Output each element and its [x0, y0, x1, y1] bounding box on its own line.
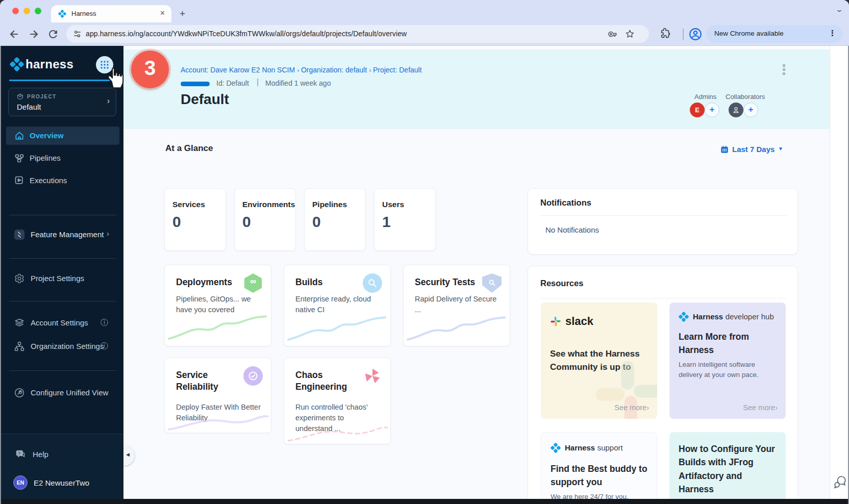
devhub-see-more-link[interactable]: See more›	[743, 404, 778, 412]
stat-value: 0	[242, 213, 251, 231]
chevron-right-icon: ›	[107, 229, 109, 238]
home-icon	[14, 131, 24, 141]
devhub-brand-rest: developer hub	[726, 312, 774, 321]
stat-value: 0	[172, 213, 181, 231]
resource-card-support[interactable]: Harness support Find the Best buddy to s…	[541, 432, 657, 504]
stat-card-users[interactable]: Users 1	[374, 188, 436, 251]
sidebar-item-help[interactable]: ? Help	[6, 445, 119, 464]
no-notifications-text: No Notifications	[545, 225, 599, 234]
info-icon[interactable]: ⓘ	[101, 341, 108, 351]
forward-icon[interactable]	[28, 28, 40, 40]
chrome-update-label: New Chrome available	[714, 30, 784, 37]
browser-tab[interactable]: Harness ✕	[51, 5, 171, 22]
slack-brand-name: slack	[565, 315, 593, 328]
collaborator-avatar[interactable]	[729, 103, 743, 117]
sidebar-item-overview[interactable]: Overview	[6, 127, 119, 145]
resource-card-slack[interactable]: slack See what the Harness Community is …	[541, 303, 657, 419]
module-card-builds[interactable]: Builds Enterprise ready, cloud native CI	[284, 265, 391, 346]
sidebar-divider	[9, 215, 116, 215]
module-card-chaos-engineering[interactable]: Chaos Engineering Run controlled 'chaos'…	[284, 358, 391, 444]
help-chat-icon: ?	[15, 449, 26, 460]
slack-brand-row: slack	[550, 315, 593, 328]
info-icon[interactable]: ⓘ	[101, 318, 108, 327]
sidebar-item-pipelines[interactable]: Pipelines	[6, 149, 119, 167]
profile-icon[interactable]	[689, 28, 702, 41]
reload-icon[interactable]	[47, 28, 59, 40]
tab-search-chevron-icon[interactable]: ⌄	[835, 6, 843, 13]
slack-see-more-link[interactable]: See more›	[614, 404, 649, 412]
support-heading: Find the Best buddy to support you	[551, 462, 647, 489]
sidebar-item-feature-management[interactable]: Feature Management ›	[6, 225, 119, 244]
browser-menu-kebab-icon[interactable]: ⋮	[829, 29, 837, 38]
admin-initial: E	[690, 106, 705, 114]
sidebar-item-project-settings[interactable]: Project Settings	[6, 269, 119, 288]
modified-date: Modified 1 week ago	[265, 79, 331, 87]
stat-card-environments[interactable]: Environments 0	[234, 188, 296, 251]
project-selector-label: PROJECT	[27, 94, 57, 99]
chat-widget-icon[interactable]	[833, 475, 846, 489]
minimize-window-button[interactable]	[23, 8, 30, 14]
new-tab-button[interactable]: +	[180, 8, 185, 19]
add-admin-button[interactable]: +	[705, 103, 719, 117]
sidebar-item-label: Executions	[30, 176, 67, 185]
browser-window: Harness ✕ + ⌄ app.harness.io/ng/account/…	[0, 0, 849, 504]
project-selector[interactable]: PROJECT Default ›	[8, 88, 116, 116]
harness-logo-icon	[679, 312, 689, 322]
deployments-squiggle	[165, 312, 271, 344]
stat-card-services[interactable]: Services 0	[164, 188, 226, 251]
sidebar-divider	[9, 258, 116, 259]
tab-strip: Harness ✕ + ⌄	[0, 0, 849, 22]
module-card-service-reliability[interactable]: Service Reliability Deploy Faster With B…	[164, 358, 271, 433]
module-title: Deployments	[176, 276, 242, 288]
resources-title: Resources	[540, 279, 583, 288]
admin-avatar[interactable]: E	[690, 103, 705, 117]
url-bar[interactable]: app.harness.io/ng/account/YWdkwNPiTceDUK…	[66, 25, 649, 43]
sidebar-item-executions[interactable]: Executions	[6, 171, 119, 190]
header-kebab-menu[interactable]	[783, 64, 785, 75]
user-avatar: EN	[13, 475, 28, 490]
breadcrumb-organization[interactable]: Organization: default	[301, 66, 367, 74]
breadcrumb-project[interactable]: Project: Default	[373, 66, 422, 74]
harness-favicon-icon	[58, 10, 66, 18]
sidebar-item-account-settings[interactable]: Account Settings ⓘ	[6, 314, 119, 332]
support-brand-bold: Harness	[565, 443, 595, 452]
sidebar-item-label: Overview	[30, 131, 64, 140]
sidebar-item-label: Feature Management	[31, 230, 104, 239]
back-icon[interactable]	[8, 28, 20, 40]
toolbar-divider	[683, 29, 684, 40]
site-settings-icon[interactable]	[73, 30, 82, 38]
close-window-button[interactable]	[12, 8, 19, 14]
breadcrumb-account[interactable]: Account: Dave Karow E2 Non SCIM	[181, 66, 295, 74]
resource-card-jfrog[interactable]: How to Configure Your Builds with JFrog …	[669, 432, 786, 504]
chrome-update-button[interactable]: New Chrome available ⋮	[706, 25, 843, 43]
page-header: Account: Dave Karow E2 Non SCIM › Organi…	[123, 49, 830, 129]
extensions-icon[interactable]	[660, 28, 671, 39]
brand-underline	[9, 80, 116, 81]
breadcrumb: Account: Dave Karow E2 Non SCIM › Organi…	[181, 65, 422, 74]
module-card-security-tests[interactable]: Security Tests Rapid Delivery of Secure …	[403, 265, 510, 346]
sidebar-item-organization-settings[interactable]: Organization Settings ⓘ	[6, 337, 119, 356]
sidebar-item-label: Organization Settings	[31, 342, 104, 350]
collaborators-label: Collaborators	[726, 93, 765, 100]
add-collaborator-button[interactable]: +	[743, 103, 758, 117]
sidebar-item-configure-unified-view[interactable]: Configure Unified View	[6, 384, 119, 402]
stat-card-pipelines[interactable]: Pipelines 0	[304, 188, 366, 251]
zoom-window-button[interactable]	[35, 8, 41, 14]
tab-close-icon[interactable]: ✕	[160, 9, 165, 17]
layers-icon	[14, 318, 24, 328]
project-selector-value: Default	[17, 103, 41, 111]
support-brand-rest: support	[597, 443, 623, 452]
builds-squiggle	[284, 312, 390, 344]
sidebar-item-label: Account Settings	[31, 318, 88, 327]
user-menu[interactable]: EN E2 NewuserTwo	[6, 474, 119, 492]
page-title: Default	[181, 91, 229, 108]
password-key-icon[interactable]	[608, 30, 617, 39]
bookmark-star-icon[interactable]	[625, 29, 635, 39]
module-card-deployments[interactable]: Deployments ∞ Pipelines, GitOps... we ha…	[164, 265, 271, 346]
notifications-panel: Notifications No Notifications	[528, 188, 798, 255]
resource-card-developer-hub[interactable]: Harness developer hub Learn More from Ha…	[669, 303, 786, 419]
feature-management-icon	[13, 229, 26, 241]
sidebar-divider	[9, 301, 116, 301]
module-title: Chaos Engineering	[295, 369, 362, 393]
support-brand-row: Harness support	[551, 443, 623, 453]
